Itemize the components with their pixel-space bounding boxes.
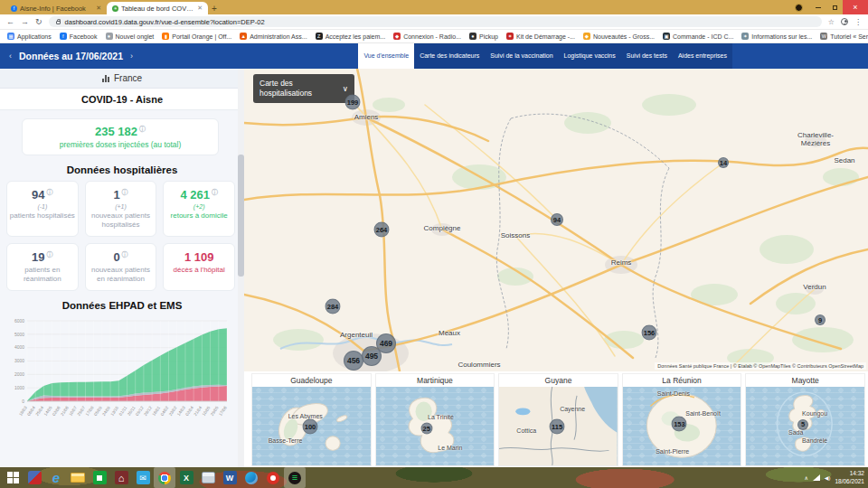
place-label-saint-beno-t: Saint-Benoît bbox=[685, 409, 721, 416]
svg-text:13/10: 13/10 bbox=[109, 405, 119, 417]
map-marker[interactable]: 153 bbox=[672, 416, 687, 431]
minimap-mayotte[interactable]: Mayotte KoungouSadaBandrélé5 bbox=[745, 373, 865, 466]
navbar-tabs: Vue d'ensembleCarte des indicateursSuivi… bbox=[358, 43, 732, 69]
bookmark-applications[interactable]: ▦Applications bbox=[7, 33, 52, 40]
map-marker[interactable]: 456 bbox=[344, 351, 363, 371]
bookmark-kit-de-d-marrage[interactable]: ✦Kit de Démarrage -... bbox=[506, 33, 575, 40]
bookmark-tutoriel-servietta[interactable]: WTutoriel « Servietta... bbox=[820, 33, 868, 40]
scanner-icon[interactable] bbox=[197, 467, 219, 488]
address-bar[interactable]: dashboard.covid19.data.gouv.fr/vue-d-ens… bbox=[49, 16, 822, 27]
sidebar-scrollbar[interactable] bbox=[238, 69, 244, 467]
info-icon[interactable]: ⓘ bbox=[47, 251, 53, 258]
tab-close-icon[interactable]: ✕ bbox=[197, 5, 203, 12]
bookmark-acceptez-les-paiem[interactable]: ZAcceptez les paiem... bbox=[316, 33, 386, 40]
minimap-guyane[interactable]: Guyane CayenneCottica115 bbox=[498, 373, 618, 466]
info-icon[interactable]: ⓘ bbox=[212, 189, 218, 195]
place-label-bandr-l: Bandrélé bbox=[802, 437, 827, 444]
tab-title: Tableau de bord COVID-19 Suivi bbox=[121, 5, 194, 13]
back-icon[interactable]: ← bbox=[6, 17, 14, 26]
spotify-icon[interactable] bbox=[284, 467, 306, 488]
tray-expand-icon[interactable]: ∧ bbox=[804, 474, 807, 481]
bookmarks-bar: ▦ApplicationsfFacebook●Nouvel onglet▮Por… bbox=[0, 30, 868, 43]
browser-tab-facebook[interactable]: f Aisne-Info | Facebook ✕ bbox=[5, 2, 107, 14]
map-marker[interactable]: 264 bbox=[374, 222, 390, 238]
info-icon[interactable]: ⓘ bbox=[139, 126, 146, 132]
bookmark-commande-icd-c[interactable]: ▣Commande - ICD C... bbox=[663, 33, 733, 40]
bookmark-facebook[interactable]: fFacebook bbox=[60, 33, 98, 40]
menu-icon[interactable]: ⋮ bbox=[854, 18, 862, 26]
nav-tab-logistique-vaccins[interactable]: Logistique vaccins bbox=[559, 43, 621, 69]
map-area: Carte des hospitalisations ∨ Données San… bbox=[244, 69, 868, 467]
map-marker[interactable]: 25 bbox=[420, 423, 432, 435]
bookmark-connexion-radio[interactable]: ◆Connexion - Radio... bbox=[393, 33, 461, 40]
bookmark-informations-sur-les[interactable]: ✦Informations sur les... bbox=[741, 33, 812, 40]
bookmark-nouveaut-s-gross[interactable]: ◆Nouveautés - Gross... bbox=[583, 33, 655, 40]
nav-tab-vue-d-ensemble[interactable]: Vue d'ensemble bbox=[358, 43, 414, 69]
forward-icon[interactable]: → bbox=[21, 17, 29, 26]
minimap-guadeloupe[interactable]: Guadeloupe Les AbymesBasse-Terre100 bbox=[251, 373, 372, 466]
bookmark-nouvel-onglet[interactable]: ●Nouvel onglet bbox=[106, 33, 155, 40]
scrollbar-thumb[interactable] bbox=[238, 155, 244, 277]
map-marker[interactable]: 5 bbox=[797, 419, 808, 430]
nav-tab-suivi-des-tests[interactable]: Suivi des tests bbox=[621, 43, 673, 69]
city-label-soissons: Soissons bbox=[501, 232, 530, 240]
internet-explorer-icon[interactable] bbox=[45, 467, 67, 488]
edge-icon[interactable] bbox=[241, 467, 262, 488]
browser-tab-dashboard[interactable]: ✳ Tableau de bord COVID-19 Suivi ✕ bbox=[107, 2, 208, 14]
home-icon[interactable] bbox=[110, 467, 132, 488]
chrome-icon[interactable] bbox=[154, 467, 175, 488]
map-marker[interactable]: 199 bbox=[345, 95, 361, 110]
minimap-title: Martinique bbox=[376, 374, 495, 387]
minimap-martinique[interactable]: Martinique La TrinitéLe Marin25 bbox=[375, 373, 495, 466]
next-date-icon[interactable]: › bbox=[130, 52, 133, 61]
map-marker[interactable]: 115 bbox=[550, 418, 565, 434]
app-navbar: ‹ Données au 17/06/2021 › Vue d'ensemble… bbox=[0, 43, 868, 69]
bookmark-star-icon[interactable]: ☆ bbox=[828, 18, 835, 26]
restore-button[interactable] bbox=[826, 0, 843, 14]
mail-icon[interactable] bbox=[132, 467, 154, 488]
hospital-heading: Données hospitalières bbox=[0, 164, 244, 175]
start-icon[interactable] bbox=[2, 467, 24, 488]
map-main[interactable]: Carte des hospitalisations ∨ Données San… bbox=[244, 69, 868, 371]
network-icon[interactable] bbox=[813, 474, 820, 481]
bookmark-pickup[interactable]: ●Pickup bbox=[469, 33, 498, 40]
bookmark-favicon-icon: ▲ bbox=[240, 33, 247, 40]
minimap-title: La Réunion bbox=[623, 374, 741, 387]
game-icon[interactable] bbox=[24, 467, 45, 488]
map-marker[interactable]: 156 bbox=[642, 325, 657, 341]
info-icon[interactable]: ⓘ bbox=[122, 251, 128, 258]
info-icon[interactable]: ⓘ bbox=[47, 189, 53, 195]
map-marker[interactable]: 14 bbox=[718, 157, 729, 168]
prev-date-icon[interactable]: ‹ bbox=[9, 52, 12, 61]
new-tab-button[interactable]: + bbox=[208, 3, 221, 14]
speaker-icon[interactable]: ◀) bbox=[825, 474, 831, 481]
clock[interactable]: 14:32 18/06/2021 bbox=[835, 470, 864, 486]
nav-tab-carte-des-indicateurs[interactable]: Carte des indicateurs bbox=[414, 43, 485, 69]
map-marker[interactable]: 9 bbox=[815, 314, 826, 325]
map-marker[interactable]: 284 bbox=[326, 299, 341, 314]
nav-tab-aides-entreprises[interactable]: Aides entreprises bbox=[673, 43, 732, 69]
bookmark-administration-ass[interactable]: ▲Administration Ass... bbox=[240, 33, 307, 40]
minimap-la-reunion[interactable]: La Réunion Saint-DenisSaint-BenoîtSaint-… bbox=[622, 373, 742, 466]
media-icon[interactable] bbox=[262, 467, 284, 488]
country-selector[interactable]: France bbox=[0, 69, 244, 89]
nav-tab-suivi-de-la-vaccination[interactable]: Suivi de la vaccination bbox=[485, 43, 558, 69]
ehpad-heading: Données EHPAD et EMS bbox=[0, 300, 244, 311]
refresh-icon[interactable]: ↻ bbox=[35, 17, 42, 26]
map-marker[interactable]: 100 bbox=[302, 418, 317, 434]
tab-close-icon[interactable]: ✕ bbox=[96, 5, 101, 12]
minimize-button[interactable] bbox=[810, 0, 826, 14]
map-marker[interactable]: 495 bbox=[362, 346, 382, 366]
place-label-cottica: Cottica bbox=[516, 427, 536, 433]
word-icon[interactable] bbox=[219, 467, 241, 488]
map-marker[interactable]: 94 bbox=[551, 213, 563, 226]
store-icon[interactable] bbox=[89, 467, 110, 488]
map-layer-dropdown[interactable]: Carte des hospitalisations ∨ bbox=[253, 74, 354, 103]
profile-icon[interactable] bbox=[841, 18, 848, 25]
close-button[interactable] bbox=[843, 0, 868, 14]
profile-avatar[interactable] bbox=[795, 4, 803, 12]
excel-icon[interactable] bbox=[175, 467, 197, 488]
file-explorer-icon[interactable] bbox=[67, 467, 89, 488]
bookmark-portail-orange-off[interactable]: ▮Portail Orange | Off... bbox=[162, 33, 231, 40]
info-icon[interactable]: ⓘ bbox=[122, 189, 128, 195]
